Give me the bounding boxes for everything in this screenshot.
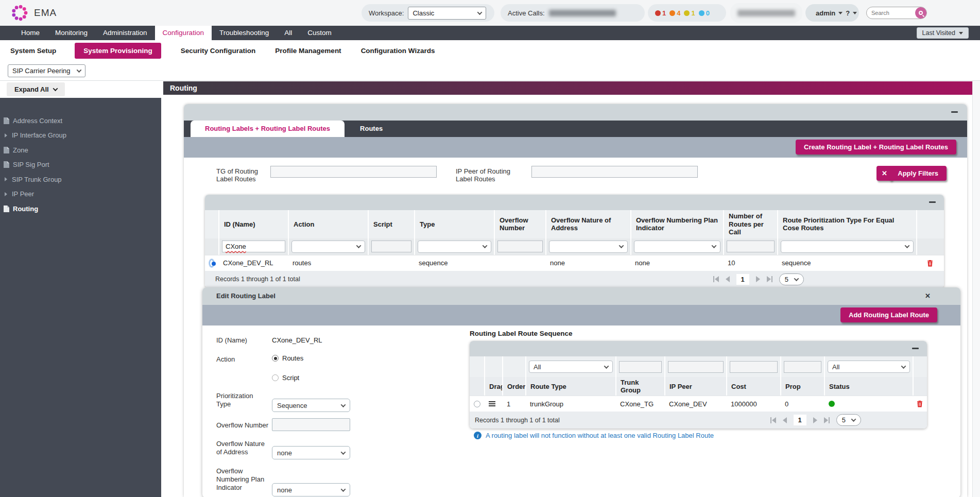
script-filter-input[interactable] — [371, 241, 411, 252]
ip-peer-filter-input[interactable] — [668, 361, 724, 373]
overflow-npi-filter-select[interactable] — [634, 241, 720, 253]
create-routing-label-button[interactable]: Create Routing Label + Routing Label Rou… — [796, 140, 956, 155]
subnav-system-provisioning[interactable]: System Provisioning — [75, 43, 161, 59]
nav-item-monitoring[interactable]: Monitoring — [47, 26, 95, 40]
sidebar-item-ip-peer[interactable]: IP Peer — [0, 187, 161, 202]
action-routes-radio[interactable]: Routes — [272, 354, 303, 362]
nav-item-configuration[interactable]: Configuration — [155, 26, 212, 40]
tg-filter-input[interactable] — [270, 166, 437, 178]
row-radio[interactable] — [474, 401, 480, 407]
minimize-icon[interactable] — [929, 201, 936, 203]
overflow-noa-filter-select[interactable] — [549, 241, 628, 253]
context-select[interactable]: SIP Carrier Peering — [8, 64, 85, 77]
sidebar-item-sip-trunk-group[interactable]: SIP Trunk Group — [0, 172, 161, 187]
table-filter-row: All All — [470, 356, 927, 377]
panel-header — [184, 104, 967, 121]
col-cost: Cost — [726, 377, 780, 396]
sidebar-item-address-context[interactable]: Address Context — [0, 113, 161, 128]
cell-trunk-group: CXone_TG — [615, 396, 664, 412]
user-menu[interactable]: admin — [816, 9, 835, 17]
first-page-button[interactable] — [713, 276, 719, 282]
tab-routes[interactable]: Routes — [345, 121, 398, 137]
cost-filter-input[interactable] — [730, 361, 778, 373]
nav-item-administration[interactable]: Administration — [95, 26, 155, 40]
sidebar-item-zone[interactable]: Zone — [0, 143, 161, 158]
prioritization-type-select[interactable]: Sequence — [272, 399, 350, 412]
row-radio-selected[interactable] — [210, 260, 214, 267]
delete-icon[interactable] — [927, 260, 933, 267]
vertical-scrollbar[interactable] — [972, 81, 980, 497]
records-text: Records 1 through 1 of 1 total — [215, 276, 300, 283]
brand: EMA — [10, 4, 57, 22]
nav-item-all[interactable]: All — [277, 26, 300, 40]
first-page-button[interactable] — [770, 417, 776, 423]
subnav-security-configuration[interactable]: Security Configuration — [181, 47, 256, 55]
sidebar-item-sip-sig-port[interactable]: SIP Sig Port — [0, 158, 161, 173]
edit-routing-label-panel: Edit Routing Label Add Routing Label Rou… — [202, 287, 960, 497]
last-visited-dropdown[interactable]: Last Visited — [917, 27, 969, 39]
nav-item-home[interactable]: Home — [13, 26, 47, 40]
type-filter-select[interactable] — [418, 241, 491, 253]
apply-filters-button[interactable]: Apply Filters — [889, 166, 947, 181]
next-page-button[interactable] — [756, 276, 760, 282]
nav-item-troubleshooting[interactable]: Troubleshooting — [212, 26, 277, 40]
overflow-noa-select[interactable]: none — [272, 446, 350, 459]
prioritization-filter-select[interactable] — [781, 241, 914, 253]
sidebar-item-routing[interactable]: Routing — [0, 201, 161, 216]
chevron-down-icon[interactable] — [853, 12, 857, 14]
page-size-select[interactable]: 5 — [779, 273, 804, 285]
stat-major: 4 — [669, 9, 680, 17]
close-icon[interactable] — [925, 287, 931, 305]
tab-routing-labels[interactable]: Routing Labels + Routing Label Routes — [191, 121, 345, 137]
drag-handle-icon[interactable] — [489, 401, 495, 406]
redacted-active-calls-value — [549, 10, 616, 16]
id-filter-input[interactable]: CXone — [222, 241, 285, 252]
routes-per-call-filter-input[interactable] — [727, 241, 775, 252]
subnav-system-setup[interactable]: System Setup — [10, 47, 56, 55]
delete-icon[interactable] — [917, 400, 923, 407]
last-page-button[interactable] — [767, 276, 772, 282]
overflow-number-filter-input[interactable] — [497, 241, 543, 252]
page-title: Routing — [163, 81, 980, 95]
sidebar-tree: Address Context IP Interface Group Zone … — [0, 98, 161, 497]
next-page-button[interactable] — [813, 417, 817, 423]
id-name-label: ID (Name) — [216, 336, 269, 345]
ip-peer-filter-input[interactable] — [531, 166, 698, 178]
minor-dot-icon — [684, 10, 690, 16]
help-menu[interactable]: ? — [846, 9, 850, 17]
chevron-down-icon[interactable] — [838, 12, 843, 14]
subnav-profile-management[interactable]: Profile Management — [275, 47, 341, 55]
subnav-configuration-wizards[interactable]: Configuration Wizards — [361, 47, 435, 55]
document-icon — [4, 161, 9, 168]
col-status: Status — [824, 377, 913, 396]
page-size-select[interactable]: 5 — [836, 414, 861, 426]
workspace-select[interactable]: Classic — [408, 7, 486, 20]
stat-critical: 1 — [655, 9, 666, 17]
user-pill: admin ? — [805, 4, 859, 22]
route-requirement-link[interactable]: A routing label will not function withou… — [486, 432, 714, 439]
col-type: Type — [414, 210, 494, 238]
filter-area: TG of Routing Label Routes IP Peer of Ro… — [184, 158, 967, 195]
col-action: Action — [288, 210, 368, 238]
overflow-number-input[interactable] — [272, 418, 350, 431]
minimize-icon[interactable] — [951, 111, 958, 113]
prev-page-button[interactable] — [726, 276, 730, 282]
cell-prop: 0 — [780, 396, 824, 412]
trunk-group-filter-input[interactable] — [619, 361, 662, 373]
add-routing-label-route-button[interactable]: Add Routing Label Route — [840, 307, 937, 322]
prop-filter-input[interactable] — [784, 361, 821, 373]
action-filter-select[interactable] — [291, 241, 365, 253]
action-script-radio[interactable]: Script — [272, 374, 299, 382]
overflow-npi-select[interactable]: none — [272, 483, 350, 496]
search-button[interactable] — [915, 7, 926, 19]
route-type-filter-select[interactable]: All — [529, 361, 613, 373]
status-filter-select[interactable]: All — [828, 361, 910, 373]
table-row: CXone_DEV_RL routes sequence none none 1… — [205, 255, 944, 271]
sidebar-item-ip-interface-group[interactable]: IP Interface Group — [0, 128, 161, 143]
expand-all-button[interactable]: Expand All — [7, 82, 65, 96]
last-page-button[interactable] — [824, 417, 830, 423]
call-stats-pill: 1 4 1 0 — [648, 4, 726, 22]
prev-page-button[interactable] — [783, 417, 787, 423]
minimize-icon[interactable] — [912, 348, 919, 349]
nav-item-custom[interactable]: Custom — [300, 26, 339, 40]
